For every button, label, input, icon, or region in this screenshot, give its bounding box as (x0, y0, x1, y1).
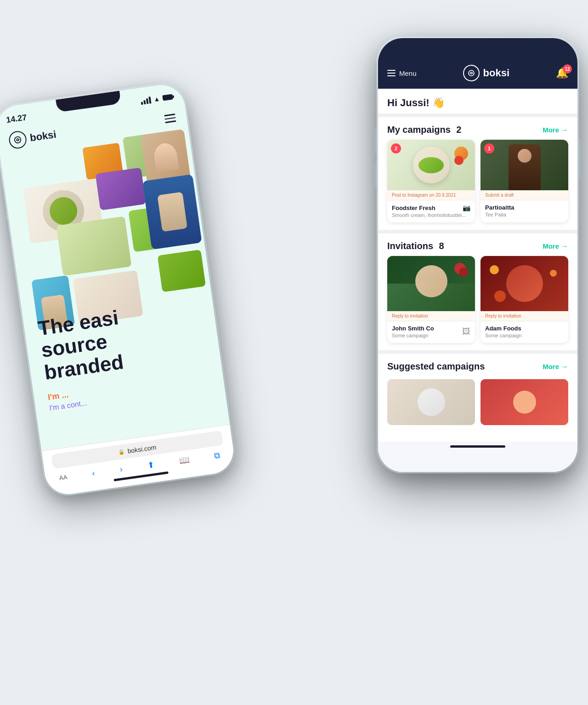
campaign-status-bar-2: Submit a draft (481, 190, 568, 200)
right-logo-icon (463, 65, 480, 81)
left-hero: The easi source branded I'm ... I'm a co… (0, 128, 230, 450)
invitations-count: 8 (439, 241, 444, 251)
svg-point-1 (469, 70, 474, 76)
left-screen-content: 14.27 ▲ (0, 82, 236, 497)
instagram-icon: 📷 (463, 204, 470, 211)
bottom-spacer (378, 432, 577, 442)
mosaic-img-berries (96, 168, 146, 210)
campaigns-header: My campaigns 2 More (378, 117, 577, 140)
right-navbar: Menu boksi 🔔 (387, 61, 568, 89)
suggested-title: Suggested campaigns (387, 361, 485, 372)
divider-3 (378, 350, 577, 354)
notification-button[interactable]: 🔔 12 (556, 67, 568, 79)
mosaic-img-person-2 (142, 174, 202, 250)
invitation-img-1 (387, 256, 475, 311)
invitation-brand-1: John Smith Co (392, 325, 434, 332)
invitation-card-1[interactable]: Reply to invitation John Smith Co Some c… (387, 256, 475, 343)
left-logo-text: boksi (29, 129, 57, 144)
left-logo: boksi (8, 126, 57, 150)
invitation-status-text-2: Reply to invitation (485, 313, 564, 318)
left-phone-screen: 14.27 ▲ (0, 82, 236, 497)
campaign-card-1[interactable]: 2 (387, 140, 475, 222)
campaign-badge-2: 1 (484, 143, 494, 154)
suggested-more-link[interactable]: More (543, 363, 568, 371)
greeting-section: Hi Jussi! 👋 (378, 89, 577, 114)
campaigns-more-link[interactable]: More (543, 126, 568, 134)
suggested-header: Suggested campaigns More (378, 354, 577, 375)
url-text: boksi.com (127, 443, 157, 455)
right-power-button[interactable] (579, 138, 581, 179)
greeting-text: Hi Jussi! 👋 (387, 97, 568, 109)
image-placeholder-icon: 🖼 (462, 327, 470, 336)
invitations-header: Invitations 8 More (378, 233, 577, 256)
divider-1 (378, 114, 577, 117)
invitation-info-2: Adam Foods Some campaign (485, 325, 522, 338)
battery-icon (162, 94, 173, 101)
campaign-status-text-1: Post to Instagram on 20.9.2021 (392, 193, 470, 198)
invitation-subtitle-1: Some campaign (392, 333, 434, 338)
svg-point-0 (14, 136, 21, 143)
suggested-img-2 (481, 379, 568, 425)
campaign-status-bar-1: Post to Instagram on 20.9.2021 (387, 190, 475, 200)
right-logo: boksi (463, 65, 509, 81)
left-time-display: 14.27 (6, 113, 28, 125)
right-volume-down-button[interactable] (374, 162, 377, 187)
campaigns-section: My campaigns 2 More 2 (378, 117, 577, 230)
campaign-subtitle-2: Tee Paita (485, 212, 564, 217)
invitation-status-bar-1: Reply to invitation (387, 311, 475, 321)
campaigns-row: 2 (378, 140, 577, 230)
share-button[interactable]: ⬆ (147, 460, 155, 471)
status-icons: ▲ (141, 93, 173, 105)
invitation-img-2 (481, 256, 568, 311)
campaign-brand-2: Partioaitta (485, 204, 564, 211)
invitation-brand-2: Adam Foods (485, 325, 522, 332)
invitation-card-2[interactable]: Reply to invitation Adam Foods Some camp… (481, 256, 568, 343)
bookmarks-button[interactable]: 📖 (179, 455, 190, 466)
mosaic-img-greens-2 (158, 250, 206, 292)
suggested-section: Suggested campaigns More (378, 354, 577, 432)
right-phone-shell: Menu boksi 🔔 (377, 37, 579, 473)
campaign-card-2[interactable]: 1 Submit a draft (481, 140, 568, 222)
suggested-img-1 (387, 379, 475, 425)
right-scroll-content[interactable]: Hi Jussi! 👋 My campaigns 2 More (378, 89, 577, 472)
invitation-subtitle-2: Some campaign (485, 333, 522, 338)
invitation-info-1: John Smith Co Some campaign (392, 325, 434, 338)
forward-button[interactable]: › (119, 464, 123, 474)
menu-button[interactable]: Menu (387, 69, 417, 77)
invitation-status-text-1: Reply to invitation (392, 313, 470, 318)
menu-lines-icon (387, 70, 396, 76)
campaign-img-food: 2 (387, 140, 475, 190)
cta-primary[interactable]: I'm ... (47, 390, 69, 402)
back-button[interactable]: ‹ (91, 468, 96, 478)
suggested-images-row (378, 375, 577, 432)
menu-label: Menu (399, 69, 417, 77)
right-volume-up-button[interactable] (374, 129, 377, 154)
campaigns-count: 2 (456, 125, 461, 135)
campaign-body-1: Foodster Fresh 📷 Smooth cream, ihonhoito… (387, 200, 475, 222)
font-size-control[interactable]: AA (59, 473, 68, 481)
notification-badge: 12 (563, 64, 572, 74)
left-phone-shell: 14.27 ▲ (0, 80, 238, 499)
boksi-logo-icon (8, 130, 28, 150)
invitation-status-bar-2: Reply to invitation (481, 311, 568, 321)
invitation-body-2: Adam Foods Some campaign (481, 321, 568, 343)
right-phone: Menu boksi 🔔 (377, 37, 579, 473)
campaigns-title: My campaigns (387, 125, 451, 135)
right-screen-content: Menu boksi 🔔 (378, 38, 577, 472)
campaigns-title-group: My campaigns 2 (387, 125, 461, 135)
signal-icon (141, 97, 152, 105)
tabs-button[interactable]: ⧉ (214, 450, 221, 461)
invitations-title: Invitations (387, 241, 433, 251)
campaign-subtitle-1: Smooth cream, ihonhoitotuottei... (392, 212, 470, 218)
invitations-more-link[interactable]: More (543, 242, 568, 250)
invitations-title-group: Invitations 8 (387, 241, 444, 251)
mosaic-img-avocado (56, 216, 131, 276)
bottom-padding (378, 451, 577, 456)
right-home-indicator (450, 445, 505, 448)
right-notch (448, 40, 508, 53)
hamburger-menu[interactable] (164, 114, 176, 123)
campaign-img-fashion: 1 (481, 140, 568, 190)
campaign-brand-1: Foodster Fresh 📷 (392, 204, 470, 211)
divider-2 (378, 230, 577, 233)
right-logo-text: boksi (483, 67, 509, 79)
